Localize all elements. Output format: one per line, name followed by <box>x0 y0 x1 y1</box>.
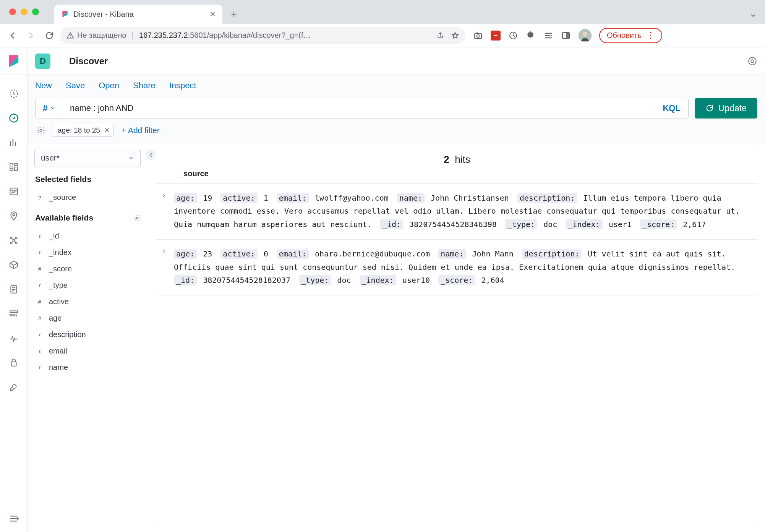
svg-rect-30 <box>11 362 16 366</box>
clockify-extension-icon[interactable] <box>508 31 518 41</box>
field-item[interactable]: age <box>34 310 141 326</box>
nav-reload-button[interactable] <box>42 28 57 43</box>
svg-point-23 <box>15 237 17 238</box>
filter-pill-age[interactable]: age: 18 to 25 ✕ <box>52 124 114 137</box>
browser-update-button[interactable]: Обновить ⋮ <box>599 28 662 43</box>
svg-point-25 <box>15 242 17 243</box>
nav-infra-icon[interactable] <box>8 259 19 271</box>
submenu-open[interactable]: Open <box>99 81 119 91</box>
selected-fields-header: Selected fields <box>35 175 141 184</box>
browser-tab[interactable]: Discover - Kibana ✕ <box>54 5 222 24</box>
nav-recent-icon[interactable] <box>8 88 19 99</box>
submenu-inspect[interactable]: Inspect <box>169 81 196 91</box>
kibana-header: D Discover <box>28 47 765 75</box>
submenu-save[interactable]: Save <box>66 81 85 91</box>
tab-close-icon[interactable]: ✕ <box>210 10 216 18</box>
doc-source: age: 23 active: 0 email: ohara.bernice@d… <box>174 247 749 287</box>
reading-list-icon[interactable] <box>543 31 553 41</box>
space-badge[interactable]: D <box>35 54 50 69</box>
window-zoom[interactable] <box>32 8 39 15</box>
query-bar: # KQL Update <box>28 96 765 124</box>
field-type-icon <box>36 249 44 256</box>
field-item[interactable]: _source <box>34 189 141 206</box>
kibana-logo[interactable] <box>0 47 28 75</box>
index-pattern-select[interactable]: user* <box>34 149 141 167</box>
share-icon[interactable] <box>436 32 444 39</box>
new-tab-button[interactable]: ＋ <box>226 6 241 22</box>
profile-avatar[interactable] <box>579 29 592 42</box>
window-close[interactable] <box>9 8 16 15</box>
kibana-sidenav <box>0 47 28 532</box>
kibana-favicon-icon <box>61 10 69 18</box>
field-item[interactable]: _index <box>34 244 141 261</box>
header-help-icon[interactable] <box>747 56 757 66</box>
kibana-main: D Discover New Save Open Share Inspect #… <box>28 47 765 532</box>
nav-collapse-icon[interactable] <box>8 513 19 524</box>
nav-security-icon[interactable] <box>8 357 19 368</box>
nav-discover-icon[interactable] <box>8 112 19 124</box>
field-name: email <box>49 347 67 355</box>
nav-devtools-icon[interactable] <box>8 381 19 393</box>
nav-apm-icon[interactable] <box>8 308 19 320</box>
nav-forward-button[interactable] <box>24 28 38 43</box>
field-name: _index <box>49 248 71 257</box>
svg-rect-18 <box>15 167 18 171</box>
filter-settings-icon[interactable] <box>35 125 47 136</box>
field-name: age <box>49 314 62 323</box>
collapse-handle <box>146 144 156 532</box>
query-filter-toggle[interactable]: # <box>36 98 63 118</box>
expand-row-icon[interactable] <box>162 191 171 231</box>
column-header-source[interactable]: _source <box>156 167 758 184</box>
window-minimize[interactable] <box>21 8 28 15</box>
extensions-area: ••• Обновить ⋮ <box>473 28 662 43</box>
svg-point-5 <box>477 35 480 37</box>
field-name: _type <box>49 281 68 290</box>
nav-visualize-icon[interactable] <box>8 137 19 148</box>
filter-pill-remove-icon[interactable]: ✕ <box>104 126 110 135</box>
query-language-toggle[interactable]: KQL <box>655 98 688 118</box>
nav-logs-icon[interactable] <box>8 284 19 295</box>
camera-extension-icon[interactable] <box>473 31 483 41</box>
field-item[interactable]: _id <box>34 228 141 244</box>
browser-tabbar: Discover - Kibana ✕ ＋ <box>0 0 765 24</box>
field-item[interactable]: _type <box>34 277 141 294</box>
bookmark-star-icon[interactable] <box>451 31 459 40</box>
hits-label: hits <box>455 154 470 165</box>
nav-uptime-icon[interactable] <box>8 332 19 344</box>
field-name: _source <box>49 193 76 202</box>
svg-rect-28 <box>10 311 18 312</box>
submenu-new[interactable]: New <box>35 81 52 91</box>
nav-dashboard-icon[interactable] <box>8 161 19 173</box>
side-panel-icon[interactable] <box>561 31 571 41</box>
field-name: _id <box>49 232 59 240</box>
field-type-icon <box>36 331 44 338</box>
tabs-menu-icon[interactable] <box>750 12 757 19</box>
update-label: Update <box>718 103 747 114</box>
nav-back-button[interactable] <box>5 28 20 43</box>
field-item[interactable]: _score <box>34 261 141 277</box>
expand-row-icon[interactable] <box>162 247 171 287</box>
tab-title: Discover - Kibana <box>73 10 205 19</box>
fields-panel: user* Selected fields _source Available … <box>28 144 146 532</box>
nav-ml-icon[interactable] <box>8 235 19 246</box>
field-item[interactable]: email <box>34 343 141 359</box>
query-input[interactable] <box>63 98 655 118</box>
field-type-icon <box>36 364 44 371</box>
collapse-sidebar-button[interactable] <box>146 149 156 160</box>
field-item[interactable]: active <box>34 294 141 310</box>
svg-point-34 <box>136 217 138 219</box>
add-filter-button[interactable]: + Add filter <box>122 126 160 135</box>
field-type-icon <box>36 348 44 354</box>
nav-maps-icon[interactable] <box>8 210 19 222</box>
svg-rect-9 <box>566 32 569 39</box>
extensions-puzzle-icon[interactable] <box>526 31 536 41</box>
address-bar[interactable]: Не защищено | 167.235.237.2:5601/app/kib… <box>60 27 465 44</box>
query-update-button[interactable]: Update <box>695 98 757 118</box>
field-item[interactable]: name <box>34 359 141 376</box>
submenu-share[interactable]: Share <box>133 81 156 91</box>
fields-settings-icon[interactable] <box>134 214 141 221</box>
content-row: user* Selected fields _source Available … <box>28 144 765 532</box>
lastpass-extension-icon[interactable]: ••• <box>491 31 501 41</box>
nav-timelion-icon[interactable] <box>8 186 19 197</box>
field-item[interactable]: description <box>34 326 141 343</box>
